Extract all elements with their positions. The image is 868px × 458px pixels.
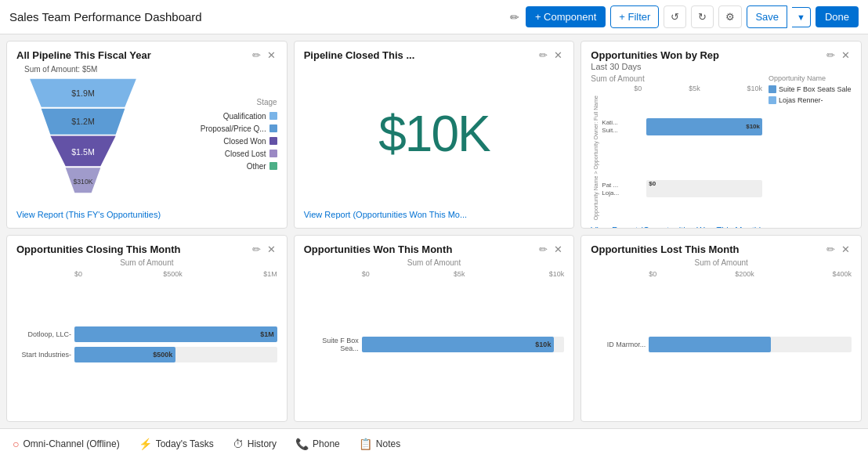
funnel-chart-container: Sum of Amount: $5M $1.9M $1.2M $1.5M $31… xyxy=(16,64,277,204)
legend-dot xyxy=(769,85,776,93)
bar-value: $0 xyxy=(649,180,656,187)
funnel-sum-label: Sum of Amount: $5M xyxy=(24,65,165,74)
bar-row: Suite F Box Sea... $10k xyxy=(304,337,565,352)
legend-proposal: Proposal/Price Q... xyxy=(172,124,277,133)
edit-widget-button[interactable]: ✏ xyxy=(537,243,549,255)
header-actions: + Component + Filter ↺ ↻ ⚙ Save ▼ Done xyxy=(526,5,859,28)
x-200k: $200k xyxy=(735,270,754,278)
bar-fill: $500k xyxy=(74,347,175,362)
footer-phone[interactable]: 📞 Phone xyxy=(295,438,340,450)
opp-lost-month-widget: Opportunities Lost This Month ✏ ✕ Sum of… xyxy=(580,235,862,423)
widget-actions: ✏ ✕ xyxy=(537,243,564,255)
phone-label: Phone xyxy=(313,438,340,449)
widget-footer: View Report (Opportunities Won This Mo..… xyxy=(304,204,565,220)
bar-row: Kati... Suit... $10k xyxy=(602,118,762,135)
widget-title: Opportunities Lost This Month xyxy=(591,243,739,255)
sum-label: Sum of Amount xyxy=(16,258,277,267)
undo-button[interactable]: ↺ xyxy=(664,5,686,28)
dashboard-grid: All Pipeline This Fiscal Year ✏ ✕ Sum of… xyxy=(0,34,868,428)
widget-header: Opportunities Won by Rep Last 30 Days ✏ … xyxy=(591,49,852,71)
bar-row: Dotloop, LLC- $1M xyxy=(16,326,277,342)
legend-dot xyxy=(769,96,776,104)
bar-track: $1M xyxy=(74,326,277,342)
opp-closing-widget: Opportunities Closing This Month ✏ ✕ Sum… xyxy=(6,235,288,423)
bar-value: $10k xyxy=(746,123,760,130)
legend-color-dot xyxy=(269,112,277,120)
bar-value: $10k xyxy=(535,341,551,348)
bar-track: $10k xyxy=(646,118,762,135)
close-widget-button[interactable]: ✕ xyxy=(840,243,852,255)
redo-button[interactable]: ↻ xyxy=(691,5,714,28)
view-report-link[interactable]: View Report (This FY's Opportunities) xyxy=(16,210,161,219)
bar-track: $0 xyxy=(646,180,762,197)
header: Sales Team Performance Dashboard ✏ + Com… xyxy=(0,0,868,34)
footer-history[interactable]: ⏱ History xyxy=(233,438,277,450)
edit-icon[interactable]: ✏ xyxy=(510,11,519,23)
add-component-button[interactable]: + Component xyxy=(526,6,606,27)
legend-label: Proposal/Price Q... xyxy=(201,124,266,133)
widget-actions: ✏ ✕ xyxy=(537,49,564,61)
bar-fill xyxy=(649,337,770,352)
opp-won-month-widget: Opportunities Won This Month ✏ ✕ Sum of … xyxy=(294,235,575,423)
legend-title: Opportunity Name xyxy=(769,74,852,82)
funnel-chart-svg: $1.9M $1.2M $1.5M $310K xyxy=(16,75,150,200)
legend-color-dot xyxy=(269,137,277,145)
big-number-value: $10K xyxy=(304,64,565,204)
bar-row: Pat ... Loja... $0 xyxy=(602,180,762,197)
close-widget-button[interactable]: ✕ xyxy=(840,49,852,61)
edit-widget-button[interactable]: ✏ xyxy=(251,49,262,61)
widget-header: Opportunities Lost This Month ✏ ✕ xyxy=(591,243,852,255)
view-report-link[interactable]: View Report (Opportunities Won This Mo..… xyxy=(304,210,467,219)
close-widget-button[interactable]: ✕ xyxy=(266,49,277,61)
bar-track: $10k xyxy=(362,337,565,352)
bar-value: $500k xyxy=(153,351,172,359)
widget-header: Opportunities Won This Month ✏ ✕ xyxy=(304,243,565,255)
view-report-link[interactable]: View Report (Opportunities Won This Mont… xyxy=(591,225,761,228)
close-widget-button[interactable]: ✕ xyxy=(552,49,564,61)
done-button[interactable]: Done xyxy=(816,6,859,27)
dashboard-title: Sales Team Performance Dashboard xyxy=(9,10,504,23)
svg-text:$1.5M: $1.5M xyxy=(71,147,95,157)
bar-row: Start Industries- $500k xyxy=(16,347,277,362)
svg-text:$1.9M: $1.9M xyxy=(71,88,95,98)
footer-bar: ○ Omni-Channel (Offline) ⚡ Today's Tasks… xyxy=(0,428,868,458)
widget-title: Pipeline Closed This ... xyxy=(304,49,415,61)
widget-header: All Pipeline This Fiscal Year ✏ ✕ xyxy=(16,49,277,61)
widget-header: Pipeline Closed This ... ✏ ✕ xyxy=(304,49,565,61)
omni-channel-label: Omni-Channel (Offline) xyxy=(23,438,119,449)
svg-text:$1.2M: $1.2M xyxy=(71,117,95,126)
svg-text:$310K: $310K xyxy=(73,178,92,186)
x-400k: $400k xyxy=(832,270,852,278)
footer-notes[interactable]: 📋 Notes xyxy=(359,438,400,450)
bar-chart: Sum of Amount $0 $500k $1M Dotloop, LLC-… xyxy=(16,258,277,414)
bar-value: $1M xyxy=(260,330,274,338)
legend-closed-won: Closed Won xyxy=(172,137,277,146)
save-dropdown-button[interactable]: ▼ xyxy=(792,7,811,27)
x-0: $0 xyxy=(649,270,656,278)
edit-widget-button[interactable]: ✏ xyxy=(251,243,262,255)
close-widget-button[interactable]: ✕ xyxy=(552,243,564,255)
edit-widget-button[interactable]: ✏ xyxy=(825,243,837,255)
x-0: $0 xyxy=(74,270,82,278)
row-label-2: Loja... xyxy=(602,189,645,197)
edit-widget-button[interactable]: ✏ xyxy=(537,49,549,61)
legend-label: Suite F Box Seats Sale xyxy=(779,85,852,93)
bar-label: ID Marmor... xyxy=(591,341,646,348)
bar-row: ID Marmor... xyxy=(591,337,852,352)
phone-icon: 📞 xyxy=(295,438,309,450)
close-widget-button[interactable]: ✕ xyxy=(266,243,277,255)
edit-widget-button[interactable]: ✏ xyxy=(825,49,837,61)
widget-title: Opportunities Won This Month xyxy=(304,243,453,255)
footer-omni-channel[interactable]: ○ Omni-Channel (Offline) xyxy=(13,438,120,450)
settings-button[interactable]: ⚙ xyxy=(718,5,742,28)
x-axis-10k: $10k xyxy=(747,85,762,92)
widget-subtitle: Last 30 Days xyxy=(591,62,719,71)
save-button[interactable]: Save xyxy=(747,5,787,28)
x-5k: $5k xyxy=(454,270,465,278)
footer-todays-tasks[interactable]: ⚡ Today's Tasks xyxy=(139,438,214,450)
bar-fill: $10k xyxy=(646,118,762,135)
x-10k: $10k xyxy=(549,270,565,278)
widget-title: All Pipeline This Fiscal Year xyxy=(16,49,151,61)
history-icon: ⏱ xyxy=(233,438,244,450)
filter-button[interactable]: + Filter xyxy=(610,5,659,28)
